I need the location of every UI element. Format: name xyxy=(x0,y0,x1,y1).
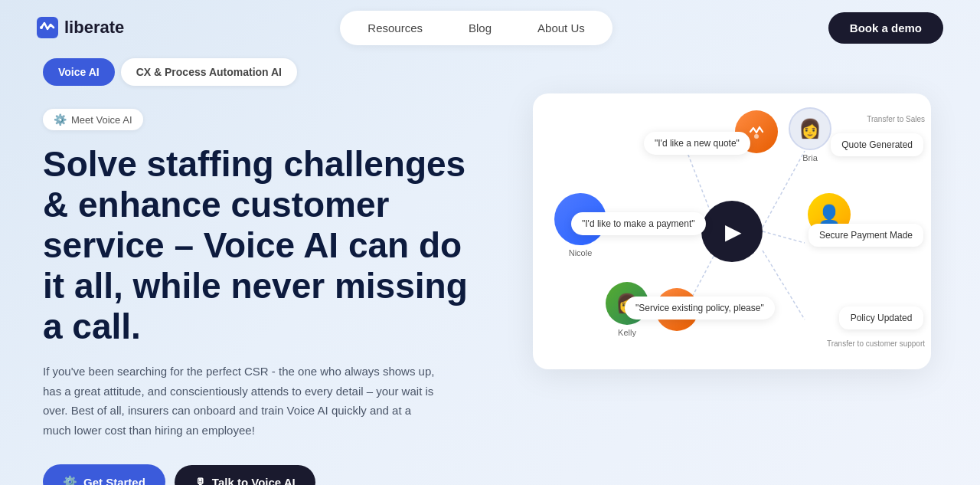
play-icon: ▶ xyxy=(725,219,742,244)
tab-cx-process[interactable]: CX & Process Automation AI xyxy=(121,58,297,86)
left-panel: ⚙️ Meet Voice AI Solve staffing challeng… xyxy=(43,101,502,485)
logo-icon xyxy=(37,17,58,38)
nav-resources[interactable]: Resources xyxy=(346,15,444,41)
card-payment: Secure Payment Made xyxy=(808,224,923,247)
main-nav: Resources Blog About Us xyxy=(340,11,612,45)
header: liberate Resources Blog About Us Book a … xyxy=(0,0,980,55)
svg-line-6 xyxy=(763,231,805,243)
avatar-bria: 👩 Bria xyxy=(789,107,831,162)
logo-text: liberate xyxy=(64,18,124,38)
get-started-button[interactable]: ⚙️ Get Started xyxy=(43,464,165,485)
talk-label: Talk to Voice AI xyxy=(212,476,296,485)
headline: Solve staffing challenges & enhance cust… xyxy=(43,144,487,346)
get-started-label: Get Started xyxy=(83,476,145,485)
svg-line-5 xyxy=(763,151,805,228)
bubble-3: "Service existing policy, please" xyxy=(625,297,775,320)
transfer-support: Transfer to customer support xyxy=(827,339,925,348)
nav-blog[interactable]: Blog xyxy=(447,15,513,41)
tab-bar: Voice AI CX & Process Automation AI xyxy=(0,58,980,86)
book-demo-button[interactable]: Book a demo xyxy=(828,12,943,44)
gear-icon: ⚙️ xyxy=(63,475,77,485)
logo[interactable]: liberate xyxy=(37,17,124,38)
bria-label: Bria xyxy=(802,153,818,162)
kelly-label: Kelly xyxy=(618,328,636,337)
right-diagram: ▶ 👩 Bria Nicole xyxy=(533,93,937,400)
bubble-2: "I'd like to make a payment" xyxy=(571,212,706,235)
subtext: If you've been searching for the perfect… xyxy=(43,362,441,440)
nicole-label: Nicole xyxy=(569,248,593,257)
main-content: ⚙️ Meet Voice AI Solve staffing challeng… xyxy=(0,86,980,485)
center-play-button[interactable]: ▶ xyxy=(701,201,763,262)
nav-about-us[interactable]: About Us xyxy=(516,15,606,41)
diagram-card: ▶ 👩 Bria Nicole xyxy=(533,93,931,369)
svg-point-1 xyxy=(40,26,43,29)
bubble-1: "I'd like a new quote" xyxy=(644,132,750,155)
card-quote: Quote Generated xyxy=(831,133,923,156)
tab-voice-ai[interactable]: Voice AI xyxy=(43,58,115,86)
badge: ⚙️ Meet Voice AI xyxy=(43,109,143,130)
button-row: ⚙️ Get Started 🎙 Talk to Voice AI xyxy=(43,464,502,485)
bria-avatar: 👩 xyxy=(789,107,831,150)
badge-icon: ⚙️ xyxy=(54,113,67,126)
badge-text: Meet Voice AI xyxy=(71,114,132,126)
card-policy: Policy Updated xyxy=(839,306,923,329)
mic-icon: 🎙 xyxy=(194,476,206,485)
svg-point-11 xyxy=(754,134,759,139)
talk-to-voice-ai-button[interactable]: 🎙 Talk to Voice AI xyxy=(175,465,315,485)
transfer-sales: Transfer to Sales xyxy=(867,115,925,123)
